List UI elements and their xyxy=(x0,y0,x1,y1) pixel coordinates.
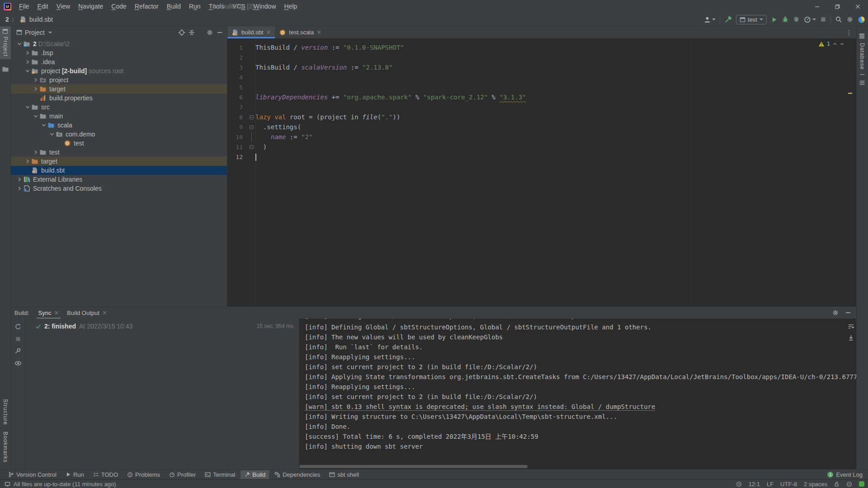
coverage-button[interactable] xyxy=(793,16,800,23)
tree-item-build-properties[interactable]: build.properties xyxy=(11,94,227,103)
tab-options-icon[interactable]: ⋮ xyxy=(846,29,853,36)
tab-sync[interactable]: Sync✕ xyxy=(35,307,63,319)
stop-button[interactable] xyxy=(820,16,826,23)
tree-item-project[interactable]: project xyxy=(11,75,227,84)
line-separator[interactable]: LF xyxy=(767,481,774,488)
prev-problem-icon[interactable] xyxy=(832,42,837,47)
chevron-down-icon[interactable] xyxy=(48,131,56,137)
panel-settings-button[interactable] xyxy=(206,29,213,36)
code-line-1[interactable]: 1ThisBuild / version := "0.1.0-SNAPSHOT" xyxy=(227,42,856,52)
tree-item-bsp[interactable]: .bsp xyxy=(11,48,227,57)
code-line-10[interactable]: 10 name := "2" xyxy=(227,132,856,142)
chevron-right-icon[interactable] xyxy=(32,86,39,92)
tool-window-button-run[interactable]: Run xyxy=(62,470,88,479)
code-line-4[interactable]: 4 xyxy=(227,72,856,82)
ide-features-button[interactable] xyxy=(858,16,865,23)
reimport-button[interactable] xyxy=(14,323,22,330)
tool-window-maven-icon[interactable] xyxy=(859,80,865,86)
tree-item-main[interactable]: main xyxy=(11,112,227,121)
minimize-button[interactable] xyxy=(807,0,827,13)
code-line-2[interactable]: 2 xyxy=(227,52,856,62)
code-line-12[interactable]: 12 xyxy=(227,152,856,162)
menu-code[interactable]: Code xyxy=(107,0,130,13)
profiler-button[interactable] xyxy=(804,16,816,23)
file-encoding[interactable]: UTF-8 xyxy=(780,481,797,488)
tree-item-scala[interactable]: scala xyxy=(11,121,227,130)
tab-build-output[interactable]: Build Output✕ xyxy=(63,307,110,319)
project-panel-title[interactable]: Project xyxy=(25,29,45,36)
fold-marker-icon[interactable] xyxy=(247,142,255,152)
chevron-right-icon[interactable] xyxy=(15,186,23,191)
code-line-9[interactable]: 9 .settings( xyxy=(227,122,856,132)
editor-tab-build-sbt[interactable]: build.sbt✕ xyxy=(227,26,275,38)
event-log-button[interactable]: 1 Event Log xyxy=(827,471,863,478)
tree-item-test[interactable]: test xyxy=(11,139,227,148)
editor[interactable]: 1ThisBuild / version := "0.1.0-SNAPSHOT"… xyxy=(227,38,856,306)
chevron-right-icon[interactable] xyxy=(24,59,31,65)
show-options-button[interactable] xyxy=(14,360,22,367)
close-icon[interactable]: ✕ xyxy=(54,310,59,316)
tree-item-build-sbt[interactable]: build.sbt xyxy=(11,166,227,175)
chevron-right-icon[interactable] xyxy=(15,177,23,182)
tree-item-src[interactable]: src xyxy=(11,103,227,112)
code-line-3[interactable]: 3ThisBuild / scalaVersion := "2.13.8" xyxy=(227,62,856,72)
close-icon[interactable]: ✕ xyxy=(266,29,271,35)
chevron-down-icon[interactable] xyxy=(24,104,31,110)
code-line-11[interactable]: 11 ) xyxy=(227,142,856,152)
fold-marker-icon[interactable] xyxy=(247,112,255,122)
fold-marker-icon[interactable] xyxy=(247,132,255,142)
pin-button[interactable] xyxy=(14,347,21,354)
readonly-lock-icon[interactable] xyxy=(834,481,840,487)
fold-marker-icon[interactable] xyxy=(247,122,255,132)
tool-window-button-todo[interactable]: TODO xyxy=(90,470,122,479)
stop-process-button[interactable] xyxy=(15,336,21,342)
close-icon[interactable]: ✕ xyxy=(316,29,321,35)
code-line-5[interactable]: 5 xyxy=(227,82,856,92)
chevron-down-icon[interactable] xyxy=(32,113,39,119)
run-configuration-select[interactable]: test xyxy=(736,15,767,24)
tool-window-bookmarks-button[interactable]: Bookmarks xyxy=(2,432,9,463)
menu-refactor[interactable]: Refactor xyxy=(131,0,163,13)
chevron-down-icon[interactable] xyxy=(24,68,31,74)
horizontal-scrollbar[interactable] xyxy=(299,465,528,468)
chevron-down-icon[interactable] xyxy=(48,32,52,33)
tool-window-structure-button[interactable]: Structure xyxy=(2,399,9,425)
vcs-status-icon[interactable] xyxy=(5,481,10,487)
editor-tab-test-scala[interactable]: test.scala✕ xyxy=(275,26,326,38)
inspections-widget[interactable]: 1 xyxy=(818,41,844,47)
chevron-right-icon[interactable] xyxy=(32,77,39,83)
tool-window-button-sbt-shell[interactable]: sbt shell xyxy=(326,470,363,479)
menu-window[interactable]: Window xyxy=(250,0,280,13)
tool-window-button-problems[interactable]: Problems xyxy=(123,470,164,479)
tree-item-target[interactable]: target xyxy=(11,157,227,166)
caret-position[interactable]: 12:1 xyxy=(749,481,760,488)
indent-setting[interactable]: 2 spaces xyxy=(804,481,827,488)
debug-button[interactable] xyxy=(782,16,789,23)
search-everywhere-button[interactable] xyxy=(835,16,842,23)
locate-file-button[interactable] xyxy=(178,29,185,36)
tree-item-com-demo[interactable]: com.demo xyxy=(11,130,227,139)
breadcrumb-project[interactable]: 2 xyxy=(5,16,9,23)
folder-tool-icon[interactable] xyxy=(2,66,9,73)
tool-window-button-dependencies[interactable]: Dependencies xyxy=(271,470,324,479)
soft-wrap-button[interactable] xyxy=(848,323,854,330)
close-button[interactable] xyxy=(848,0,868,13)
hide-build-panel-button[interactable] xyxy=(844,309,852,316)
tool-window-project-button[interactable]: Project xyxy=(0,26,11,59)
status-message[interactable]: All files are up-to-date (11 minutes ago… xyxy=(14,481,116,488)
tool-window-sbt-icon[interactable] xyxy=(859,33,865,39)
close-icon[interactable]: ✕ xyxy=(102,310,107,316)
scroll-to-end-button[interactable] xyxy=(848,334,854,341)
menu-view[interactable]: View xyxy=(52,0,74,13)
tool-window-button-profiler[interactable]: Profiler xyxy=(165,470,199,479)
breadcrumb-file[interactable]: build.sbt xyxy=(29,16,53,23)
chevron-right-icon[interactable] xyxy=(24,159,31,164)
run-button[interactable] xyxy=(771,16,778,23)
chevron-right-icon[interactable] xyxy=(24,50,31,56)
menu-run[interactable]: Run xyxy=(185,0,205,13)
code-line-8[interactable]: 8lazy val root = (project in file(".")) xyxy=(227,112,856,122)
tree-item-test[interactable]: test xyxy=(11,148,227,157)
restore-button[interactable] xyxy=(827,0,848,13)
user-account-button[interactable] xyxy=(703,16,716,23)
build-status-row[interactable]: 2: finished At 2022/3/15 10:43 15 sec, 9… xyxy=(25,321,299,331)
